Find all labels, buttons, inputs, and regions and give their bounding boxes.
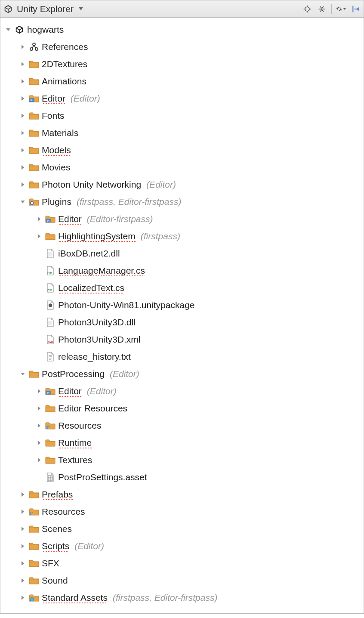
tree-item-suffix: (Editor) [87, 386, 117, 396]
expand-arrow-icon[interactable] [36, 440, 43, 445]
tree-row[interactable]: Scripts(Editor) [2, 538, 362, 555]
tree-row[interactable]: Scenes [2, 520, 362, 538]
panel-title-group[interactable]: Unity Explorer [3, 4, 299, 14]
tree-row[interactable]: PostProSettings.asset [2, 469, 362, 486]
tree-item-label: PostProSettings.asset [58, 472, 147, 482]
expand-arrow-icon[interactable] [19, 595, 26, 600]
tree-row[interactable]: 2DTextures [2, 56, 362, 73]
tree-row[interactable]: Animations [2, 73, 362, 90]
folder-icon [29, 490, 39, 499]
tree-item-label: Movies [42, 162, 71, 173]
tree-row[interactable]: References [2, 38, 362, 56]
tree-item-label: Editor [58, 214, 82, 225]
tree-item-suffix: (firstpass) [141, 231, 180, 241]
tree-item-label: Materials [42, 128, 78, 138]
tree-row[interactable]: Editor(Editor) [2, 383, 362, 400]
tree-item-label: Photon Unity Networking [42, 179, 141, 190]
expand-arrow-icon[interactable] [19, 578, 26, 583]
tree-row[interactable]: Editor(Editor-firstpass) [2, 210, 362, 228]
expand-arrow-icon[interactable] [36, 216, 43, 222]
folder-editor-icon [45, 214, 56, 224]
tree-item-suffix: (Editor) [110, 369, 139, 379]
expand-arrow-icon[interactable] [19, 199, 26, 204]
tree-row[interactable]: Prefabs [2, 486, 362, 503]
expand-arrow-icon[interactable] [19, 148, 26, 153]
expand-arrow-icon[interactable] [19, 130, 26, 136]
tree-row[interactable]: Plugins(firstpass, Editor-firstpass) [2, 193, 362, 210]
folder-asset-icon [29, 593, 39, 603]
tree-row[interactable]: Sound [2, 572, 362, 589]
tree-row[interactable]: Resources [2, 503, 362, 520]
tree-row[interactable]: release_history.txt [2, 348, 362, 365]
tree-row[interactable]: Resources [2, 417, 362, 434]
svg-rect-35 [32, 512, 33, 513]
expand-arrow-icon[interactable] [19, 509, 26, 514]
tree-row[interactable]: Materials [2, 124, 362, 142]
collapse-all-icon[interactable] [317, 4, 327, 14]
tree-row[interactable]: Photon-Unity-Win81.unitypackage [2, 297, 362, 314]
tree-row[interactable]: XMLPhoton3Unity3D.xml [2, 331, 362, 348]
svg-text:XML: XML [47, 340, 54, 343]
tree-view[interactable]: hogwartsReferences2DTexturesAnimationsEd… [0, 18, 364, 613]
tree-row[interactable]: SFX [2, 555, 362, 572]
expand-arrow-icon[interactable] [19, 62, 26, 67]
tree-item-label: PostProcessing [42, 369, 105, 379]
expand-arrow-icon[interactable] [19, 182, 26, 187]
tree-row[interactable]: Textures [2, 451, 362, 469]
expand-arrow-icon[interactable] [19, 526, 26, 531]
hide-panel-icon[interactable] [351, 4, 361, 14]
expand-arrow-icon[interactable] [19, 44, 26, 49]
expand-arrow-icon[interactable] [19, 96, 26, 101]
expand-arrow-icon[interactable] [5, 27, 12, 32]
tree-row[interactable]: Photon Unity Networking(Editor) [2, 176, 362, 193]
expand-arrow-icon[interactable] [36, 457, 43, 463]
expand-arrow-icon[interactable] [19, 561, 26, 566]
expand-arrow-icon[interactable] [36, 234, 43, 239]
folder-icon [29, 128, 39, 138]
tree-row[interactable]: Editor(Editor) [2, 90, 362, 107]
expand-arrow-icon[interactable] [19, 492, 26, 497]
tree-item-label: LanguageManager.cs [58, 266, 145, 276]
svg-rect-15 [31, 202, 33, 204]
folder-icon [29, 59, 39, 69]
tree-row[interactable]: Runtime [2, 434, 362, 451]
svg-rect-29 [46, 427, 48, 429]
svg-point-0 [305, 7, 309, 11]
tree-row[interactable]: iBoxDB.net2.dll [2, 245, 362, 262]
expand-arrow-icon[interactable] [19, 165, 26, 170]
expand-arrow-icon[interactable] [19, 544, 26, 549]
expand-arrow-icon[interactable] [36, 389, 43, 394]
target-icon[interactable] [302, 4, 312, 14]
toolbar: Unity Explorer [0, 0, 364, 18]
tree-item-suffix: (Editor-firstpass) [87, 214, 153, 224]
tree-row[interactable]: Models [2, 142, 362, 159]
tree-row[interactable]: PostProcessing(Editor) [2, 365, 362, 383]
tree-item-label: Editor [58, 386, 82, 397]
tree-row[interactable]: Photon3Unity3D.dll [2, 314, 362, 331]
tree-row[interactable]: Movies [2, 159, 362, 176]
folder-icon [29, 524, 39, 534]
separator [331, 4, 332, 14]
tree-row[interactable]: Fonts [2, 107, 362, 124]
tree-row[interactable]: hogwarts [2, 21, 362, 38]
folder-icon [29, 163, 39, 172]
expand-arrow-icon[interactable] [36, 423, 43, 428]
tree-item-label: Animations [42, 76, 86, 87]
gear-icon[interactable] [336, 4, 346, 14]
tree-row[interactable]: C#LanguageManager.cs [2, 262, 362, 279]
tree-row[interactable]: C#LocalizedText.cs [2, 279, 362, 297]
expand-arrow-icon[interactable] [36, 406, 43, 411]
tree-row[interactable]: HighlightingSystem(firstpass) [2, 228, 362, 245]
folder-icon [29, 180, 39, 189]
expand-arrow-icon[interactable] [19, 113, 26, 118]
folder-icon [29, 111, 39, 121]
svg-text:C#: C# [47, 288, 52, 292]
tree-item-label: Plugins [42, 197, 71, 207]
tree-row[interactable]: Standard Assets(firstpass, Editor-firstp… [2, 589, 362, 606]
folder-icon [45, 455, 56, 465]
tree-item-label: Editor [42, 93, 65, 104]
tree-row[interactable]: Editor Resources [2, 400, 362, 417]
expand-arrow-icon[interactable] [19, 79, 26, 84]
folder-icon [29, 541, 39, 551]
expand-arrow-icon[interactable] [19, 371, 26, 377]
